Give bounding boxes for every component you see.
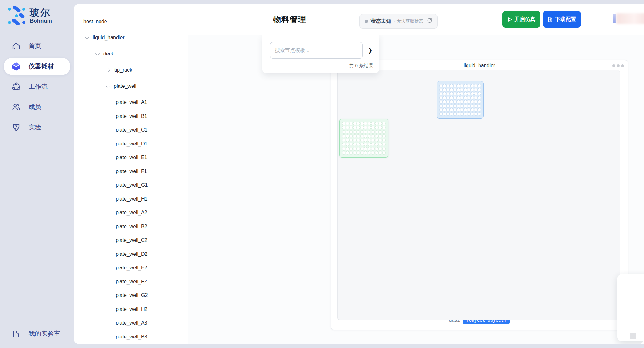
tree-item-label: plate_well_A1 (116, 98, 147, 107)
chevron-down-icon[interactable] (85, 35, 89, 39)
tree-item-label: liquid_handler (93, 33, 125, 42)
start-simulation-label: 开启仿真 (515, 16, 536, 23)
chevron-down-icon[interactable] (95, 51, 100, 55)
node-tree-panel: host_nodeliquid_handlerdecktip_rackplate… (74, 4, 189, 344)
canvas-minimap[interactable] (617, 274, 644, 341)
app-logo[interactable]: 玻尔 Bohrium (7, 6, 52, 25)
well (360, 151, 364, 155)
flow-canvas[interactable]: ✦✦ 美化布局 liquid_handler data: [object Obj… (188, 35, 644, 344)
well (457, 108, 460, 112)
tree-item-plate_well_D2[interactable]: plate_well_D2 (116, 249, 148, 259)
tree-item-liquid_handler[interactable]: liquid_handler (86, 33, 125, 42)
well (464, 96, 467, 100)
well (342, 147, 345, 151)
well (467, 104, 471, 108)
well (460, 100, 464, 104)
tree-item-label: plate_well_F1 (116, 167, 147, 176)
experiment-icon (11, 123, 21, 132)
tree-item-plate_well_F1[interactable]: plate_well_F1 (116, 167, 147, 176)
well (382, 143, 386, 146)
sidebar-item-5[interactable]: 实验 (4, 119, 70, 136)
tree-item-label: plate_well_E2 (116, 263, 147, 273)
tree-item-label: plate_well_B3 (116, 332, 147, 342)
tree-item-plate_well[interactable]: plate_well (106, 81, 136, 91)
well (382, 126, 386, 129)
chevron-down-icon[interactable] (106, 84, 110, 88)
well (368, 147, 371, 151)
search-submit-icon[interactable]: ❯ (368, 47, 373, 54)
tree-item-plate_well_B3[interactable]: plate_well_B3 (116, 332, 147, 342)
well (353, 134, 357, 138)
tree-item-deck[interactable]: deck (96, 49, 114, 59)
well (382, 134, 386, 138)
tree-item-plate_well_F2[interactable]: plate_well_F2 (116, 277, 147, 287)
tree-item-plate_well_A1[interactable]: plate_well_A1 (116, 98, 147, 107)
tree-item-plate_well_E1[interactable]: plate_well_E1 (116, 153, 147, 162)
well (364, 122, 367, 125)
well (342, 151, 345, 155)
well (353, 147, 357, 151)
tree-item-plate_well_E2[interactable]: plate_well_E2 (116, 263, 147, 273)
well (353, 143, 357, 146)
tree-item-plate_well_C1[interactable]: plate_well_C1 (116, 125, 148, 135)
home-icon (11, 42, 21, 51)
well-plate-blue[interactable] (437, 81, 484, 119)
tree-item-plate_well_A3[interactable]: plate_well_A3 (116, 318, 147, 328)
well (478, 84, 481, 87)
redacted-user-area (613, 13, 644, 24)
well (450, 100, 453, 104)
status-badge[interactable]: 状态未知 - 无法获取状态 (359, 14, 438, 29)
well (460, 92, 464, 95)
tree-item-plate_well_H2[interactable]: plate_well_H2 (116, 305, 148, 314)
download-config-button[interactable]: 下载配置 (543, 11, 581, 28)
tree-item-tip_rack[interactable]: tip_rack (106, 65, 132, 75)
well (364, 134, 367, 138)
well (382, 151, 386, 155)
tree-item-plate_well_D1[interactable]: plate_well_D1 (116, 139, 148, 149)
well (457, 88, 460, 92)
well (364, 151, 367, 155)
well (453, 104, 457, 108)
sidebar-item-2[interactable]: 仪器耗材 (4, 58, 70, 75)
well (443, 112, 446, 116)
sidebar-item-1[interactable]: 首页 (4, 37, 70, 55)
well (349, 126, 353, 129)
tree-item-plate_well_B2[interactable]: plate_well_B2 (116, 222, 147, 231)
start-simulation-button[interactable]: 开启仿真 (502, 11, 540, 28)
chevron-right-icon[interactable] (106, 68, 110, 72)
well (353, 126, 357, 129)
deck-panel[interactable] (337, 70, 620, 320)
play-icon (507, 17, 512, 22)
tree-item-label: plate_well_H1 (116, 194, 148, 204)
well (478, 88, 481, 92)
well (349, 147, 353, 151)
search-input[interactable] (270, 42, 363, 59)
tree-item-plate_well_C2[interactable]: plate_well_C2 (116, 235, 148, 245)
well (474, 100, 478, 104)
sidebar-item-my-lab[interactable]: 我的实验室 (4, 325, 70, 342)
tree-item-label: plate_well (114, 81, 136, 91)
tree-item-plate_well_H1[interactable]: plate_well_H1 (116, 194, 148, 204)
well (439, 92, 443, 95)
liquid-handler-node[interactable]: liquid_handler data: [object Object] (331, 60, 628, 330)
refresh-icon[interactable] (427, 18, 432, 25)
sidebar-item-label: 仪器耗材 (29, 62, 54, 71)
sidebar-item-3[interactable]: 工作流 (4, 78, 70, 95)
tree-item-label: plate_well_A2 (116, 208, 147, 217)
well (342, 139, 345, 142)
well (467, 84, 471, 87)
tree-item-plate_well_G2[interactable]: plate_well_G2 (116, 291, 148, 300)
well (357, 143, 360, 146)
tree-item-label: plate_well_G2 (116, 291, 148, 300)
well (349, 130, 353, 134)
sidebar-item-4[interactable]: 成员 (4, 98, 70, 116)
well-plate-green[interactable] (339, 119, 388, 158)
tree-item-host_node[interactable]: host_node (83, 17, 107, 26)
node-menu-dots-icon[interactable] (612, 64, 624, 67)
tree-item-plate_well_B1[interactable]: plate_well_B1 (116, 112, 147, 121)
well (382, 122, 386, 125)
tree-item-plate_well_A2[interactable]: plate_well_A2 (116, 208, 147, 217)
well (349, 122, 353, 125)
tree-item-plate_well_G1[interactable]: plate_well_G1 (116, 180, 148, 190)
status-dot-icon (365, 20, 368, 23)
